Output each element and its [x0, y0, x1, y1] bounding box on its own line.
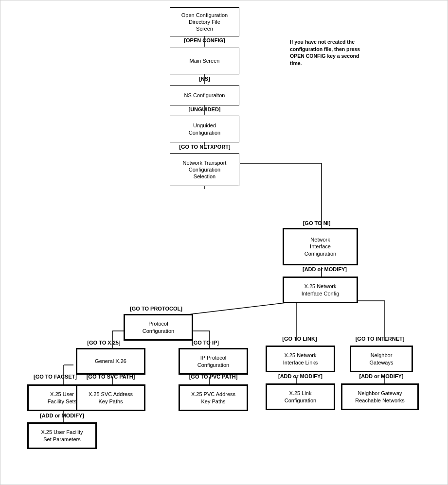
x25-ni-config-box: X.25 NetworkInterface Config	[283, 277, 358, 303]
x25-pvc-label: X.25 PVC AddressKey Paths	[191, 391, 235, 405]
ip-protocol-label: IP ProtocolConfiguration	[197, 354, 229, 368]
go-to-svc-path-label: [GO TO SVC PATH]	[76, 374, 145, 380]
main-screen-label: Main Screen	[190, 57, 220, 64]
network-interface-label: NetworkInterfaceConfiguration	[305, 236, 336, 257]
go-to-x25-label: [GO TO X.25]	[76, 340, 132, 346]
go-to-netxport-label: [GO TO NETXPORT]	[166, 144, 244, 150]
open-config-box: Open ConfigurationDirectory FileScreen	[170, 7, 239, 36]
x25-ni-links-box: X.25 NetworkInterface Links	[266, 346, 335, 372]
general-x26-box: General X.26	[76, 348, 145, 375]
x25-user-facility-label: X.25 UserFacility Sets	[48, 391, 76, 405]
add-modify-3-label: [ADD or MODIFY]	[266, 373, 335, 379]
x25-user-facility-params-box: X.25 User FacilitySet Parameters	[27, 422, 97, 449]
go-to-internet-label: [GO TO INTERNET]	[346, 336, 414, 342]
note-text: If you have not created theconfiguration…	[290, 38, 387, 67]
neighbor-gateways-box: NeighborGateways	[350, 346, 413, 372]
open-config-connector-label: [OPEN CONFIG]	[170, 37, 239, 43]
go-to-link-label: [GO TO LINK]	[273, 336, 326, 342]
go-to-ip-label: [GO TO IP]	[179, 340, 232, 346]
add-modify-4-label: [ADD or MODIFY]	[350, 373, 413, 379]
ns-connector-label: [NS]	[170, 76, 239, 82]
x25-link-config-box: X.25 LinkConfiguration	[266, 383, 335, 410]
ns-config-label: NS Configuraiton	[184, 92, 225, 99]
go-to-ni-label: [GO TO NI]	[287, 220, 346, 226]
unguided-config-label: UnguidedConfiguration	[189, 122, 220, 136]
network-interface-box: NetworkInterfaceConfiguration	[283, 228, 358, 265]
x25-pvc-box: X.25 PVC AddressKey Paths	[179, 384, 248, 411]
x25-svc-box: X.25 SVC AddressKey Paths	[76, 384, 145, 411]
unguided-connector-label: [UNGUIDED]	[170, 106, 239, 112]
neighbor-gateways-label: NeighborGateways	[370, 352, 394, 366]
network-transport-label: Network TransportConfigurationSelection	[183, 159, 227, 180]
general-x26-label: General X.26	[95, 358, 126, 364]
protocol-config-label: ProtocolConfiguration	[143, 320, 174, 334]
x25-svc-label: X.25 SVC AddressKey Paths	[89, 391, 133, 405]
ns-config-box: NS Configuraiton	[170, 85, 239, 105]
add-modify-1-label: [ADD or MODIFY]	[290, 266, 359, 272]
x25-user-facility-params-label: X.25 User FacilitySet Parameters	[41, 429, 83, 443]
go-to-facset-label: [GO TO FACSET]	[27, 374, 83, 380]
x25-link-config-label: X.25 LinkConfiguration	[285, 390, 316, 404]
x25-ni-links-label: X.25 NetworkInterface Links	[283, 352, 318, 366]
unguided-config-box: UnguidedConfiguration	[170, 116, 239, 142]
x25-ni-config-label: X.25 NetworkInterface Config	[302, 283, 340, 297]
go-to-protocol-label: [GO TO PROTOCOL]	[117, 306, 195, 312]
main-screen-box: Main Screen	[170, 48, 239, 74]
go-to-pvc-path-label: [GO TO PVC PATH]	[179, 374, 248, 380]
network-transport-box: Network TransportConfigurationSelection	[170, 153, 239, 186]
add-modify-2-label: [ADD or MODIFY]	[27, 413, 97, 418]
neighbor-reachable-label: Neighbor GatewayReachable Networks	[355, 390, 405, 404]
open-config-label: Open ConfigurationDirectory FileScreen	[181, 12, 228, 33]
protocol-config-box: ProtocolConfiguration	[124, 314, 193, 341]
ip-protocol-box: IP ProtocolConfiguration	[179, 348, 248, 375]
neighbor-reachable-box: Neighbor GatewayReachable Networks	[341, 383, 419, 410]
diagram-container: Open ConfigurationDirectory FileScreen I…	[0, 0, 448, 485]
